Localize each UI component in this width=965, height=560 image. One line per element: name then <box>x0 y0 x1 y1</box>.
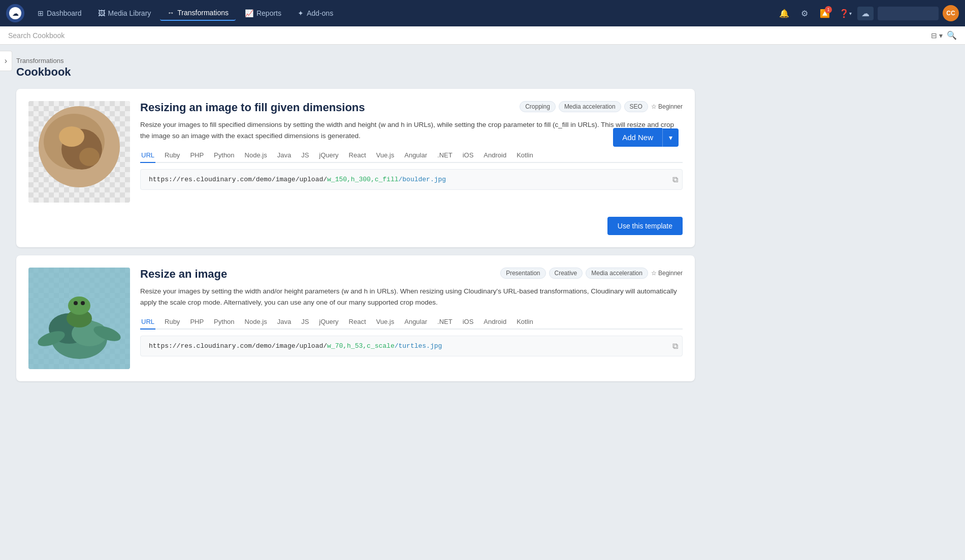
svg-point-8 <box>59 126 84 147</box>
bell-icon: 🔔 <box>779 9 789 18</box>
use-template-1-button[interactable]: Use this template <box>607 217 683 235</box>
code-params-2: w_70,h_53,c_scale <box>327 342 395 350</box>
help-button[interactable]: ❓ ▾ <box>837 5 853 21</box>
tab-java-2[interactable]: Java <box>276 315 292 330</box>
tab-jquery-1[interactable]: jQuery <box>318 148 339 163</box>
cookbook-card-2: Resize an image Presentation Creative Me… <box>16 255 695 381</box>
tab-vuejs-2[interactable]: Vue.js <box>375 315 396 330</box>
cloud-button[interactable]: ☁ <box>857 7 874 20</box>
tab-php-1[interactable]: PHP <box>189 148 205 163</box>
nav-search-input[interactable] <box>878 7 939 20</box>
card-2-lang-tabs: URL Ruby PHP Python Node.js Java JS jQue… <box>140 315 683 330</box>
tag-beginner-1: ☆ Beginner <box>651 103 683 110</box>
card-2-description: Resize your images by setting the width … <box>140 286 683 308</box>
copy-code-2-button[interactable]: ⧉ <box>672 342 678 351</box>
card-2-tags: Presentation Creative Media acceleration… <box>500 268 683 279</box>
tab-url-2[interactable]: URL <box>140 315 155 330</box>
tag-seo: SEO <box>624 101 648 112</box>
cloud-logo-icon: ☁ <box>12 10 19 17</box>
help-dropdown-icon: ▾ <box>849 11 852 16</box>
card-2-body: Resize an image Presentation Creative Me… <box>140 268 683 369</box>
tab-ruby-2[interactable]: Ruby <box>164 315 181 330</box>
svg-point-24 <box>81 301 85 305</box>
search-submit-button[interactable]: 🔍 <box>947 30 957 40</box>
top-navigation: ☁ ⊞ Dashboard 🖼 Media Library ↔ Transfor… <box>0 0 965 26</box>
cloud-icon: ☁ <box>861 9 870 18</box>
transformations-icon: ↔ <box>167 9 174 17</box>
add-new-dropdown-button[interactable]: ▾ <box>662 128 679 147</box>
settings-button[interactable]: ⚙ <box>796 5 813 21</box>
tab-jquery-2[interactable]: jQuery <box>318 315 339 330</box>
page-header: Transformations Cookbook Add New ▾ <box>16 57 695 89</box>
tag-creative: Creative <box>549 268 583 279</box>
copy-icon-2: ⧉ <box>672 342 678 350</box>
add-new-section: Add New ▾ <box>613 128 679 147</box>
nav-dashboard[interactable]: ⊞ Dashboard <box>30 6 89 20</box>
filter-icon: ⊟ <box>931 31 937 40</box>
card-1-code-block: https://res.cloudinary.com/demo/image/up… <box>140 169 683 190</box>
tab-ios-1[interactable]: iOS <box>462 148 475 163</box>
add-new-button[interactable]: Add New <box>613 128 662 147</box>
tab-react-1[interactable]: React <box>348 148 367 163</box>
card-1-title: Resizing an image to fill given dimensio… <box>140 101 365 114</box>
code-suffix-2: /turtles.jpg <box>395 342 442 350</box>
search-icon: 🔍 <box>947 31 957 40</box>
search-cookbook-input[interactable] <box>8 31 927 40</box>
cookbook-card-1: Resizing an image to fill given dimensio… <box>16 89 695 247</box>
card-1-footer: Use this template <box>28 211 683 235</box>
chevron-right-icon: › <box>5 56 7 65</box>
card-1-image <box>28 101 130 203</box>
card-1-tags: Cropping Media acceleration SEO ☆ Beginn… <box>520 101 683 112</box>
tab-kotlin-2[interactable]: Kotlin <box>516 315 534 330</box>
tab-vuejs-1[interactable]: Vue.js <box>375 148 396 163</box>
tag-presentation: Presentation <box>500 268 545 279</box>
gear-icon: ⚙ <box>801 9 808 18</box>
tab-dotnet-2[interactable]: .NET <box>436 315 454 330</box>
nav-reports[interactable]: 📈 Reports <box>238 6 288 20</box>
tag-media-acceleration-2: Media acceleration <box>586 268 648 279</box>
nav-transformations[interactable]: ↔ Transformations <box>160 6 236 21</box>
nav-addons[interactable]: ✦ Add-ons <box>291 6 340 20</box>
tab-php-2[interactable]: PHP <box>189 315 205 330</box>
tab-angular-1[interactable]: Angular <box>403 148 428 163</box>
tab-java-1[interactable]: Java <box>276 148 292 163</box>
card-2-title: Resize an image <box>140 268 227 281</box>
nav-right-section: 🔔 ⚙ 🔼 1 ❓ ▾ ☁ CC <box>776 5 959 21</box>
tab-js-2[interactable]: JS <box>300 315 310 330</box>
tab-kotlin-1[interactable]: Kotlin <box>516 148 534 163</box>
tab-angular-2[interactable]: Angular <box>403 315 428 330</box>
tab-dotnet-1[interactable]: .NET <box>436 148 454 163</box>
tab-ios-2[interactable]: iOS <box>462 315 475 330</box>
tab-nodejs-2[interactable]: Node.js <box>244 315 268 330</box>
code-suffix-1: /boulder.jpg <box>399 176 446 183</box>
copy-icon: ⧉ <box>672 175 678 184</box>
filter-button[interactable]: ⊟ ▾ <box>931 31 943 40</box>
tab-python-2[interactable]: Python <box>213 315 235 330</box>
tab-android-1[interactable]: Android <box>482 148 507 163</box>
tab-js-1[interactable]: JS <box>300 148 310 163</box>
app-logo[interactable]: ☁ <box>6 4 24 22</box>
notification-badge: 1 <box>825 6 832 13</box>
tab-ruby-1[interactable]: Ruby <box>164 148 181 163</box>
nav-media-library[interactable]: 🖼 Media Library <box>91 6 158 20</box>
tab-nodejs-1[interactable]: Node.js <box>244 148 268 163</box>
search-bar: ⊟ ▾ 🔍 <box>0 26 965 45</box>
svg-point-22 <box>68 297 90 315</box>
copy-code-1-button[interactable]: ⧉ <box>672 175 678 184</box>
code-params-1: w_150,h_300,c_fill <box>327 176 398 183</box>
alerts-button[interactable]: 🔔 <box>776 5 792 21</box>
tab-android-2[interactable]: Android <box>482 315 507 330</box>
tab-python-1[interactable]: Python <box>213 148 235 163</box>
reports-icon: 📈 <box>245 9 253 17</box>
tab-url-1[interactable]: URL <box>140 148 155 163</box>
user-avatar[interactable]: CC <box>943 5 959 21</box>
dashboard-icon: ⊞ <box>38 9 44 17</box>
svg-point-9 <box>79 148 100 166</box>
upgrade-button[interactable]: 🔼 1 <box>817 5 833 21</box>
tab-react-2[interactable]: React <box>348 315 367 330</box>
code-prefix-2: https://res.cloudinary.com/demo/image/up… <box>149 342 327 350</box>
code-prefix-1: https://res.cloudinary.com/demo/image/up… <box>149 176 327 183</box>
star-icon-2: ☆ <box>651 270 657 277</box>
sidebar-toggle-button[interactable]: › <box>0 51 12 71</box>
svg-point-23 <box>74 301 78 305</box>
